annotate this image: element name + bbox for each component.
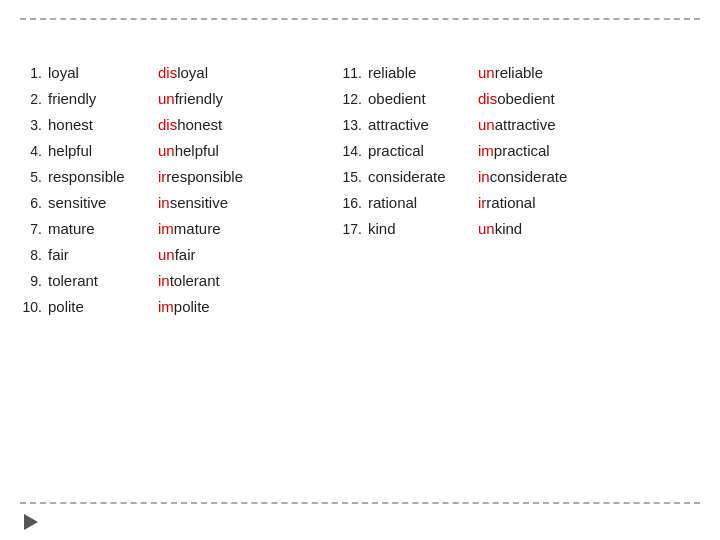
item-number: 4.	[20, 140, 48, 162]
intro-text	[20, 30, 700, 51]
item-antonym: unfriendly	[158, 87, 223, 111]
item-antonym: disobedient	[478, 87, 555, 111]
item-word: loyal	[48, 61, 158, 85]
list-item: 4.helpfulunhelpful	[20, 139, 320, 163]
item-word: friendly	[48, 87, 158, 111]
item-antonym: irrational	[478, 191, 536, 215]
item-word: fair	[48, 243, 158, 267]
antonym-prefix: un	[478, 220, 495, 237]
divider-bottom	[20, 502, 700, 504]
item-antonym: irresponsible	[158, 165, 243, 189]
item-word: mature	[48, 217, 158, 241]
antonym-prefix: in	[158, 272, 170, 289]
item-word: responsible	[48, 165, 158, 189]
item-word: helpful	[48, 139, 158, 163]
item-word: sensitive	[48, 191, 158, 215]
antonym-prefix: dis	[478, 90, 497, 107]
item-number: 1.	[20, 62, 48, 84]
item-word: obedient	[368, 87, 478, 111]
antonym-stem: sensitive	[170, 194, 228, 211]
antonym-stem: friendly	[175, 90, 223, 107]
antonym-stem: polite	[174, 298, 210, 315]
item-number: 17.	[340, 218, 368, 240]
item-word: honest	[48, 113, 158, 137]
item-number: 5.	[20, 166, 48, 188]
item-antonym: inconsiderate	[478, 165, 567, 189]
item-word: reliable	[368, 61, 478, 85]
item-number: 10.	[20, 296, 48, 318]
list-item: 10.politeimpolite	[20, 295, 320, 319]
antonym-stem: honest	[177, 116, 222, 133]
antonym-prefix: im	[158, 298, 174, 315]
antonym-prefix: un	[478, 116, 495, 133]
divider-top	[20, 18, 700, 20]
item-word: considerate	[368, 165, 478, 189]
item-antonym: unfair	[158, 243, 196, 267]
item-number: 16.	[340, 192, 368, 214]
item-number: 2.	[20, 88, 48, 110]
antonym-stem: tolerant	[170, 272, 220, 289]
antonym-prefix: in	[158, 194, 170, 211]
list-item: 15.considerateinconsiderate	[340, 165, 640, 189]
item-number: 15.	[340, 166, 368, 188]
list-item: 8.fairunfair	[20, 243, 320, 267]
antonym-stem: helpful	[175, 142, 219, 159]
antonym-stem: fair	[175, 246, 196, 263]
antonym-prefix: in	[478, 168, 490, 185]
item-antonym: unattractive	[478, 113, 556, 137]
item-antonym: insensitive	[158, 191, 228, 215]
item-antonym: intolerant	[158, 269, 220, 293]
content-area: 1.loyaldisloyal2.friendlyunfriendly3.hon…	[20, 61, 700, 502]
item-number: 6.	[20, 192, 48, 214]
item-number: 11.	[340, 62, 368, 84]
item-antonym: unkind	[478, 217, 522, 241]
item-number: 13.	[340, 114, 368, 136]
list-item: 9.tolerantintolerant	[20, 269, 320, 293]
antonym-stem: considerate	[490, 168, 568, 185]
item-antonym: immature	[158, 217, 221, 241]
item-antonym: unhelpful	[158, 139, 219, 163]
antonym-prefix: dis	[158, 64, 177, 81]
list-item: 3.honestdishonest	[20, 113, 320, 137]
antonym-stem: mature	[174, 220, 221, 237]
item-word: attractive	[368, 113, 478, 137]
antonym-stem: practical	[494, 142, 550, 159]
antonym-prefix: un	[158, 142, 175, 159]
antonym-prefix: un	[478, 64, 495, 81]
list-item: 17.kindunkind	[340, 217, 640, 241]
item-number: 8.	[20, 244, 48, 266]
antonym-stem: obedient	[497, 90, 555, 107]
list-item: 2.friendlyunfriendly	[20, 87, 320, 111]
antonym-stem: reliable	[495, 64, 543, 81]
right-column: 11.reliableunreliable12.obedientdisobedi…	[320, 61, 640, 502]
left-column: 1.loyaldisloyal2.friendlyunfriendly3.hon…	[20, 61, 320, 502]
item-antonym: disloyal	[158, 61, 208, 85]
item-number: 3.	[20, 114, 48, 136]
list-item: 12.obedientdisobedient	[340, 87, 640, 111]
item-word: polite	[48, 295, 158, 319]
antonym-prefix: un	[158, 246, 175, 263]
item-antonym: impolite	[158, 295, 210, 319]
list-item: 13.attractiveunattractive	[340, 113, 640, 137]
page: 1.loyaldisloyal2.friendlyunfriendly3.hon…	[0, 0, 720, 540]
antonym-prefix: im	[158, 220, 174, 237]
list-item: 14.practicalimpractical	[340, 139, 640, 163]
item-number: 14.	[340, 140, 368, 162]
item-antonym: unreliable	[478, 61, 543, 85]
list-item: 16.rationalirrational	[340, 191, 640, 215]
footer	[20, 514, 700, 530]
antonym-prefix: un	[158, 90, 175, 107]
list-item: 5.responsibleirresponsible	[20, 165, 320, 189]
antonym-stem: loyal	[177, 64, 208, 81]
list-item: 7.matureimmature	[20, 217, 320, 241]
list-item: 11.reliableunreliable	[340, 61, 640, 85]
play-icon[interactable]	[24, 514, 38, 530]
item-number: 9.	[20, 270, 48, 292]
antonym-stem: kind	[495, 220, 523, 237]
antonym-prefix: im	[478, 142, 494, 159]
antonym-stem: attractive	[495, 116, 556, 133]
list-item: 6.sensitiveinsensitive	[20, 191, 320, 215]
list-item: 1.loyaldisloyal	[20, 61, 320, 85]
antonym-stem: rational	[486, 194, 535, 211]
item-word: rational	[368, 191, 478, 215]
